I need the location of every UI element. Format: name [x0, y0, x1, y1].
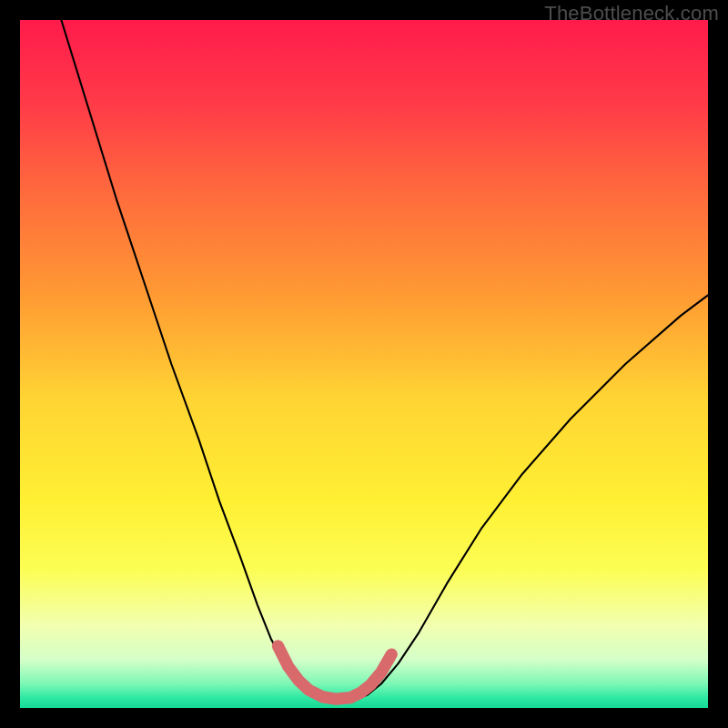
- outer-frame: TheBottleneck.com: [0, 0, 728, 728]
- svg-rect-0: [20, 20, 708, 708]
- plot-area: [20, 20, 708, 708]
- watermark-text: TheBottleneck.com: [544, 2, 719, 25]
- gradient-background: [20, 20, 708, 708]
